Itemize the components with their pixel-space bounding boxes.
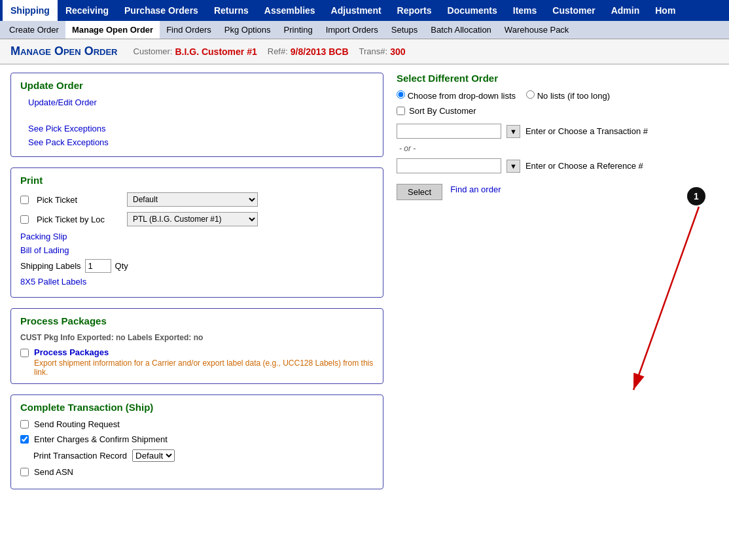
print-transaction-row: Print Transaction Record Default (20, 449, 374, 462)
shipping-labels-qty-label: Qty (115, 261, 128, 271)
customer-label: Customer: (133, 46, 173, 56)
subnav-find-orders[interactable]: Find Orders (160, 21, 218, 39)
send-routing-label: Send Routing Request (34, 419, 120, 429)
nav-customer[interactable]: Customer (544, 0, 603, 21)
top-nav: Shipping Receiving Purchase Orders Retur… (0, 0, 729, 21)
transaction-dropdown-btn[interactable]: ▼ (507, 125, 520, 138)
pkg-info-text: Pkg Info Exported: no Labels Exported: n… (44, 333, 203, 342)
shipping-labels-qty-input[interactable]: 1 (85, 259, 111, 273)
print-title: Print (20, 175, 374, 186)
find-order-link[interactable]: Find an order (450, 184, 501, 194)
reference-input-row: ▼ Enter or Choose a Reference # (397, 158, 719, 173)
transaction-label: Enter or Choose a Transaction # (525, 126, 648, 136)
pick-ticket-row: Pick Ticket Default Option 2 (20, 192, 374, 207)
sort-by-customer-checkbox[interactable] (397, 107, 405, 115)
update-order-title: Update Order (20, 80, 374, 91)
nav-receiving[interactable]: Receiving (58, 0, 116, 21)
subnav-setups[interactable]: Setups (385, 21, 424, 39)
right-panel: Select Different Order Choose from drop-… (397, 73, 719, 500)
svg-line-1 (633, 207, 699, 390)
complete-transaction-section: Complete Transaction (Ship) Send Routing… (10, 394, 383, 489)
enter-charges-row: Enter Charges & Confirm Shipment (20, 434, 374, 444)
left-panel: Update Order Update/Edit Order See Pick … (10, 73, 383, 500)
pkg-info-cust: CUST (20, 333, 42, 342)
sub-nav: Create Order Manage Open Order Find Orde… (0, 21, 729, 39)
ref-label: Ref#: (268, 46, 288, 56)
pallet-labels-link[interactable]: 8X5 Pallet Labels (20, 277, 374, 287)
transaction-input-row: ▼ Enter or Choose a Transaction # (397, 124, 719, 139)
subnav-pkg-options[interactable]: Pkg Options (218, 21, 277, 39)
main-content: Update Order Update/Edit Order See Pick … (0, 65, 729, 508)
radio-dropdown[interactable] (397, 90, 405, 99)
process-packages-link[interactable]: Process Packages (34, 347, 374, 357)
send-routing-checkbox[interactable] (20, 420, 29, 429)
see-pack-exceptions-link[interactable]: See Pack Exceptions (28, 137, 374, 147)
send-asn-row: Send ASN (20, 467, 374, 477)
nav-home[interactable]: Hom (647, 0, 683, 21)
reference-label: Enter or Choose a Reference # (525, 161, 643, 171)
pick-ticket-by-loc-checkbox[interactable] (20, 215, 29, 224)
select-row: Select Find an order (397, 179, 719, 200)
process-packages-section: Process Packages CUST Pkg Info Exported:… (10, 308, 383, 384)
process-packages-checkbox[interactable] (20, 349, 29, 357)
subnav-warehouse-pack[interactable]: Warehouse Pack (498, 21, 576, 39)
nav-assemblies[interactable]: Assemblies (257, 0, 323, 21)
nav-returns[interactable]: Returns (206, 0, 257, 21)
subnav-create-order[interactable]: Create Order (3, 21, 65, 39)
reference-input[interactable] (397, 158, 501, 173)
shipping-labels-row: Shipping Labels 1 Qty (20, 259, 374, 273)
nav-shipping[interactable]: Shipping (3, 0, 58, 21)
ref-value: 9/8/2013 BCB (291, 46, 349, 57)
nav-documents[interactable]: Documents (440, 0, 505, 21)
pkg-info: CUST Pkg Info Exported: no Labels Export… (20, 333, 374, 342)
pick-ticket-by-loc-select[interactable]: PTL (B.I.G. Customer #1) Default (127, 212, 258, 226)
send-routing-row: Send Routing Request (20, 419, 374, 429)
nav-items[interactable]: Items (505, 0, 545, 21)
select-button[interactable]: Select (397, 184, 442, 200)
radio-row: Choose from drop-down lists No lists (if… (397, 90, 719, 101)
print-transaction-select[interactable]: Default (132, 449, 175, 462)
subnav-import-orders[interactable]: Import Orders (319, 21, 385, 39)
transaction-input[interactable] (397, 124, 501, 139)
pick-ticket-by-loc-label: Pick Ticket by Loc (37, 215, 122, 224)
annotation-badge: 1 (687, 187, 705, 205)
update-order-section: Update Order Update/Edit Order See Pick … (10, 73, 383, 157)
bill-of-lading-link[interactable]: Bill of Lading (20, 245, 374, 255)
subnav-batch-allocation[interactable]: Batch Allocation (424, 21, 498, 39)
pick-ticket-checkbox[interactable] (20, 196, 29, 204)
complete-transaction-title: Complete Transaction (Ship) (20, 402, 374, 413)
enter-charges-checkbox[interactable] (20, 435, 29, 444)
nav-purchase-orders[interactable]: Purchase Orders (116, 0, 206, 21)
pick-ticket-label: Pick Ticket (37, 195, 122, 205)
nav-admin[interactable]: Admin (603, 0, 648, 21)
print-transaction-label: Print Transaction Record (33, 451, 127, 461)
print-section: Print Pick Ticket Default Option 2 Pick … (10, 167, 383, 298)
trans-label: Trans#: (359, 46, 388, 56)
sort-by-customer-label: Sort By Customer (409, 106, 476, 116)
subnav-printing[interactable]: Printing (277, 21, 319, 39)
subnav-manage-open-order[interactable]: Manage Open Order (65, 21, 160, 39)
radio-dropdown-label[interactable]: Choose from drop-down lists (397, 90, 516, 101)
customer-value: B.I.G. Customer #1 (175, 46, 257, 57)
trans-value: 300 (390, 46, 405, 57)
process-desc: Export shipment information for a Carrie… (34, 359, 374, 377)
annotation-arrow (594, 200, 725, 410)
enter-charges-label: Enter Charges & Confirm Shipment (34, 434, 168, 444)
pick-ticket-select[interactable]: Default Option 2 (127, 192, 258, 207)
reference-dropdown-btn[interactable]: ▼ (507, 160, 520, 173)
see-pick-exceptions-link[interactable]: See Pick Exceptions (28, 124, 374, 133)
or-text: - or - (399, 144, 719, 153)
page-title: Manage Open Order (10, 44, 118, 58)
header-bar: Manage Open Order Customer: B.I.G. Custo… (0, 39, 729, 65)
nav-reports[interactable]: Reports (389, 0, 440, 21)
process-packages-title: Process Packages (20, 315, 374, 326)
packing-slip-link[interactable]: Packing Slip (20, 232, 374, 241)
select-order-title: Select Different Order (397, 73, 719, 84)
nav-adjustment[interactable]: Adjustment (323, 0, 389, 21)
update-edit-order-link[interactable]: Update/Edit Order (28, 97, 374, 107)
send-asn-checkbox[interactable] (20, 468, 29, 476)
process-row: Process Packages Export shipment informa… (20, 347, 374, 377)
radio-nolist[interactable] (526, 90, 535, 99)
radio-nolist-label[interactable]: No lists (if too long) (526, 90, 610, 101)
shipping-labels-label: Shipping Labels (20, 261, 81, 271)
